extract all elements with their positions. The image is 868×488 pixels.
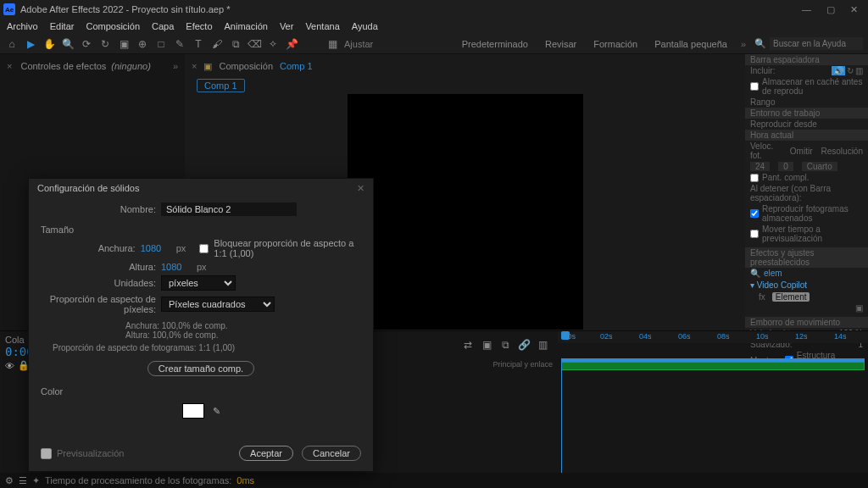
height-input[interactable] xyxy=(161,262,192,272)
fps-input[interactable]: 24 xyxy=(750,162,770,171)
move-time-checkbox[interactable] xyxy=(750,230,759,238)
workspace-small[interactable]: Pantalla pequeña xyxy=(654,39,727,49)
lock-aspect-checkbox[interactable] xyxy=(199,244,209,253)
play-from-label: Reproducir desde xyxy=(745,119,868,130)
tl-icon-4[interactable]: 🔗 xyxy=(517,338,531,352)
window-title: Adobe After Effects 2022 - Proyecto sin … xyxy=(20,4,802,14)
search-icon[interactable]: 🔍 xyxy=(754,38,766,49)
maximize-icon[interactable]: ▢ xyxy=(826,4,835,15)
eye-icon[interactable]: 👁 xyxy=(5,361,14,371)
fullscreen-label: Pant. compl. xyxy=(762,173,810,182)
hand-tool-icon[interactable]: ✋ xyxy=(42,37,56,51)
text-tool-icon[interactable]: T xyxy=(192,37,205,51)
solid-settings-dialog: Configuración de sólidos ✕ Nombre: Tamañ… xyxy=(28,178,374,472)
range-dropdown[interactable]: Entorno de trabajo xyxy=(745,108,868,119)
panel-close-icon[interactable]: × xyxy=(192,61,197,71)
info-frame-aspect: Proporción de aspecto de fotogramas: 1:1… xyxy=(53,343,235,352)
width-input[interactable] xyxy=(141,243,171,253)
pen-tool-icon[interactable]: ✎ xyxy=(173,37,186,51)
puppet-tool-icon[interactable]: 📌 xyxy=(285,37,298,51)
barra-espaciadora-dropdown[interactable]: Barra espaciadora xyxy=(745,54,868,65)
new-bin-icon[interactable]: ▣ xyxy=(855,303,863,313)
current-time-indicator[interactable] xyxy=(561,358,562,480)
element-effect[interactable]: Element xyxy=(772,292,810,302)
motion-blur-header[interactable]: Emborro de movimiento xyxy=(745,317,868,328)
dialog-close-icon[interactable]: ✕ xyxy=(357,183,364,194)
brush-tool-icon[interactable]: 🖌 xyxy=(210,37,224,51)
comp-tab-prefix: Composición xyxy=(219,61,273,71)
make-comp-size-button[interactable]: Crear tamaño comp. xyxy=(147,361,254,376)
snap-icon[interactable]: ▦ xyxy=(326,37,339,51)
eyedropper-icon[interactable]: ✎ xyxy=(213,406,220,417)
help-search-input[interactable] xyxy=(770,37,863,50)
solid-name-input[interactable] xyxy=(161,202,297,216)
quality-dropdown[interactable]: Cuarto xyxy=(802,162,837,171)
menu-ver[interactable]: Ver xyxy=(280,21,294,31)
time-ruler[interactable]: :00s 02s 04s 06s 08s 10s 12s 14s xyxy=(558,331,868,343)
tl-icon-3[interactable]: ⧉ xyxy=(498,338,512,352)
timeline-tracks[interactable] xyxy=(558,358,868,480)
workspace-learn[interactable]: Formación xyxy=(593,39,637,49)
play-from-dropdown[interactable]: Hora actual xyxy=(745,130,868,141)
effects-search-value[interactable]: elem xyxy=(764,269,782,278)
accept-button[interactable]: Aceptar xyxy=(239,446,293,461)
menu-efecto[interactable]: Efecto xyxy=(186,21,212,31)
menu-ayuda[interactable]: Ayuda xyxy=(352,21,378,31)
menu-composicion[interactable]: Composición xyxy=(86,21,140,31)
menu-animacion[interactable]: Animación xyxy=(225,21,268,31)
menu-editar[interactable]: Editar xyxy=(50,21,75,31)
comp-flow-tab[interactable]: Comp 1 xyxy=(197,79,245,92)
comp-tab-name[interactable]: Comp 1 xyxy=(280,61,313,71)
info-width: Anchura: 100,0% de comp. xyxy=(125,321,228,330)
menu-bar: Archivo Editar Composición Capa Efecto A… xyxy=(0,19,868,34)
composition-canvas[interactable] xyxy=(348,94,583,330)
panel-menu-icon[interactable]: » xyxy=(173,61,178,71)
stamp-tool-icon[interactable]: ⧉ xyxy=(229,37,242,51)
tick: 06s xyxy=(678,332,691,341)
roto-tool-icon[interactable]: ✧ xyxy=(266,37,280,51)
rotate-tool-icon[interactable]: ↻ xyxy=(98,37,112,51)
tick: 12s xyxy=(795,332,808,341)
tl-icon-1[interactable]: ⇄ xyxy=(461,338,475,352)
loop-icon[interactable]: ↻ xyxy=(847,66,854,75)
shape-tool-icon[interactable]: □ xyxy=(154,37,168,51)
height-label: Altura: xyxy=(41,262,156,272)
minimize-icon[interactable]: — xyxy=(802,4,811,15)
layer-clip[interactable] xyxy=(561,362,865,370)
tl-icon-2[interactable]: ▣ xyxy=(480,338,493,352)
close-icon[interactable]: ✕ xyxy=(850,4,858,15)
color-swatch[interactable] xyxy=(182,403,204,419)
px-unit: px xyxy=(197,262,207,272)
eraser-tool-icon[interactable]: ⌫ xyxy=(248,37,261,51)
workspace-review[interactable]: Revisar xyxy=(545,39,576,49)
overflow-icon[interactable]: » xyxy=(741,39,746,49)
fullscreen-checkbox[interactable] xyxy=(750,174,759,182)
menu-archivo[interactable]: Archivo xyxy=(7,21,38,31)
orbit-tool-icon[interactable]: ⟳ xyxy=(80,37,93,51)
anchor-tool-icon[interactable]: ⊕ xyxy=(136,37,149,51)
snap-label[interactable]: Ajustar xyxy=(344,39,373,49)
camera-tool-icon[interactable]: ▣ xyxy=(117,37,131,51)
cache-icon[interactable]: ▥ xyxy=(855,66,863,75)
par-select[interactable]: Píxeles cuadrados xyxy=(161,297,275,312)
search-icon[interactable]: 🔍 xyxy=(750,269,760,278)
menu-ventana[interactable]: Ventana xyxy=(305,21,339,31)
selection-tool-icon[interactable]: ▶ xyxy=(24,37,37,51)
workspace-default[interactable]: Predeterminado xyxy=(462,39,528,49)
menu-capa[interactable]: Capa xyxy=(152,21,174,31)
panel-close-icon[interactable]: × xyxy=(7,61,12,71)
tick: 08s xyxy=(717,332,730,341)
cache-before-label: Almacenar en caché antes de reprodu xyxy=(762,77,863,96)
video-copilot-group[interactable]: ▾ Video Copilot xyxy=(745,279,868,291)
tl-icon-5[interactable]: ▥ xyxy=(536,338,549,352)
audio-icon[interactable]: 🔊 xyxy=(832,66,845,75)
effect-controls-label: Controles de efectos xyxy=(20,61,106,71)
cancel-button[interactable]: Cancelar xyxy=(302,446,361,461)
effects-presets-header[interactable]: Efectos y ajustes preestablecidos xyxy=(745,247,868,268)
skip-input[interactable]: 0 xyxy=(778,162,793,171)
zoom-tool-icon[interactable]: 🔍 xyxy=(61,37,75,51)
cache-before-checkbox[interactable] xyxy=(750,82,759,91)
home-icon[interactable]: ⌂ xyxy=(5,37,19,51)
play-cached-checkbox[interactable] xyxy=(750,209,759,218)
units-select[interactable]: píxeles xyxy=(161,275,236,291)
